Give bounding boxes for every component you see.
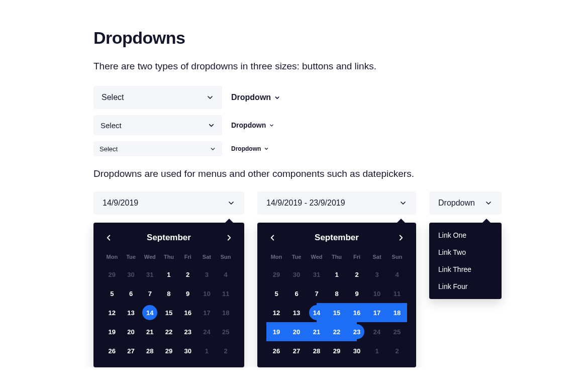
calendar-day[interactable]: 31 xyxy=(307,265,327,284)
dropdown-button[interactable]: Dropdown xyxy=(429,191,502,215)
calendar-day[interactable]: 30 xyxy=(286,265,307,284)
calendar-day[interactable]: 8 xyxy=(159,284,178,303)
calendar-day[interactable]: 29 xyxy=(266,265,286,284)
date-input-single[interactable]: 14/9/2019 xyxy=(93,191,244,215)
calendar-day[interactable]: 9 xyxy=(347,284,367,303)
calendar-day[interactable]: 5 xyxy=(266,284,286,303)
calendar-day[interactable]: 30 xyxy=(122,265,141,284)
calendar-day[interactable]: 17 xyxy=(367,303,387,322)
date-input-range[interactable]: 14/9/2019 - 23/9/2019 xyxy=(257,191,416,215)
calendar-day[interactable]: 12 xyxy=(266,303,286,322)
calendar-day[interactable]: 8 xyxy=(327,284,347,303)
calendar-day[interactable]: 20 xyxy=(286,322,307,341)
calendar-day[interactable]: 3 xyxy=(198,265,217,284)
menu-item[interactable]: Link Four xyxy=(429,278,502,295)
next-month-button[interactable] xyxy=(395,232,407,244)
calendar-day[interactable]: 9 xyxy=(178,284,198,303)
prev-month-button[interactable] xyxy=(103,232,115,244)
calendar-day[interactable]: 19 xyxy=(103,322,122,341)
calendar-day[interactable]: 13 xyxy=(122,303,141,322)
calendar-day[interactable]: 2 xyxy=(387,341,407,360)
chevron-down-icon xyxy=(206,93,214,102)
calendar-day[interactable]: 7 xyxy=(140,284,159,303)
calendar-day[interactable]: 23 xyxy=(347,322,367,341)
calendar-day[interactable]: 2 xyxy=(347,265,367,284)
menu-item[interactable]: Link One xyxy=(429,227,502,244)
chevron-down-icon xyxy=(227,199,235,207)
calendar-day[interactable]: 1 xyxy=(367,341,387,360)
link-dropdown-small[interactable]: Dropdown xyxy=(231,145,269,152)
calendar-day[interactable]: 25 xyxy=(387,322,407,341)
calendar-day[interactable]: 29 xyxy=(159,341,178,360)
chevron-down-icon xyxy=(274,94,280,101)
calendar-day[interactable]: 6 xyxy=(122,284,141,303)
calendar-day[interactable]: 20 xyxy=(122,322,141,341)
calendar-day[interactable]: 3 xyxy=(367,265,387,284)
calendar-day[interactable]: 11 xyxy=(387,284,407,303)
sub-intro-text: Dropdowns are used for menus and other c… xyxy=(93,168,588,179)
calendar-day[interactable]: 11 xyxy=(216,284,235,303)
calendar-day[interactable]: 30 xyxy=(178,341,198,360)
day-of-week: Wed xyxy=(307,251,327,265)
calendar-day[interactable]: 31 xyxy=(140,265,159,284)
day-of-week: Tue xyxy=(286,251,307,265)
calendar-day[interactable]: 5 xyxy=(103,284,122,303)
calendar-day[interactable]: 6 xyxy=(286,284,307,303)
calendar-day[interactable]: 16 xyxy=(178,303,198,322)
date-value: 14/9/2019 - 23/9/2019 xyxy=(266,199,345,208)
calendar-day[interactable]: 4 xyxy=(387,265,407,284)
calendar-day[interactable]: 27 xyxy=(286,341,307,360)
calendar-day[interactable]: 1 xyxy=(198,341,217,360)
menu-item[interactable]: Link Three xyxy=(429,261,502,278)
calendar-day[interactable]: 26 xyxy=(103,341,122,360)
select-label: Select xyxy=(101,121,122,130)
calendar-day[interactable]: 23 xyxy=(178,322,198,341)
calendar-day[interactable]: 15 xyxy=(327,303,347,322)
calendar-day[interactable]: 16 xyxy=(347,303,367,322)
day-of-week: Sat xyxy=(198,251,217,265)
calendar-day[interactable]: 28 xyxy=(140,341,159,360)
calendar-day[interactable]: 2 xyxy=(178,265,198,284)
calendar-day[interactable]: 13 xyxy=(286,303,307,322)
calendar-day[interactable]: 4 xyxy=(216,265,235,284)
calendar-month: September xyxy=(315,233,359,243)
calendar-day[interactable]: 29 xyxy=(103,265,122,284)
calendar-day[interactable]: 1 xyxy=(159,265,178,284)
calendar-day[interactable]: 10 xyxy=(198,284,217,303)
calendar-day[interactable]: 14 xyxy=(307,303,327,322)
calendar-day[interactable]: 15 xyxy=(159,303,178,322)
calendar-day[interactable]: 17 xyxy=(198,303,217,322)
calendar-day[interactable]: 30 xyxy=(347,341,367,360)
prev-month-button[interactable] xyxy=(266,232,278,244)
calendar-day[interactable]: 22 xyxy=(159,322,178,341)
calendar-day[interactable]: 29 xyxy=(327,341,347,360)
next-month-button[interactable] xyxy=(223,232,235,244)
calendar-day[interactable]: 19 xyxy=(266,322,286,341)
calendar-day[interactable]: 7 xyxy=(307,284,327,303)
calendar-day[interactable]: 27 xyxy=(122,341,141,360)
calendar-day[interactable]: 2 xyxy=(216,341,235,360)
calendar-day[interactable]: 25 xyxy=(216,322,235,341)
calendar-day[interactable]: 21 xyxy=(140,322,159,341)
calendar-day[interactable]: 28 xyxy=(307,341,327,360)
calendar-day[interactable]: 1 xyxy=(327,265,347,284)
calendar-day[interactable]: 26 xyxy=(266,341,286,360)
select-dropdown-medium[interactable]: Select xyxy=(93,115,222,135)
calendar-day[interactable]: 22 xyxy=(327,322,347,341)
calendar-day[interactable]: 12 xyxy=(103,303,122,322)
calendar-day[interactable]: 24 xyxy=(367,322,387,341)
link-label: Dropdown xyxy=(231,93,271,102)
menu-item[interactable]: Link Two xyxy=(429,244,502,261)
link-dropdown-medium[interactable]: Dropdown xyxy=(231,121,274,129)
select-dropdown-small[interactable]: Select xyxy=(93,141,222,156)
calendar-day[interactable]: 18 xyxy=(216,303,235,322)
calendar-day[interactable]: 14 xyxy=(140,303,159,322)
chevron-down-icon xyxy=(399,199,407,207)
calendar-day[interactable]: 24 xyxy=(198,322,217,341)
select-dropdown-large[interactable]: Select xyxy=(93,86,222,109)
day-of-week: Mon xyxy=(103,251,122,265)
link-dropdown-large[interactable]: Dropdown xyxy=(231,93,280,102)
calendar-day[interactable]: 18 xyxy=(387,303,407,322)
calendar-day[interactable]: 10 xyxy=(367,284,387,303)
calendar-day[interactable]: 21 xyxy=(307,322,327,341)
